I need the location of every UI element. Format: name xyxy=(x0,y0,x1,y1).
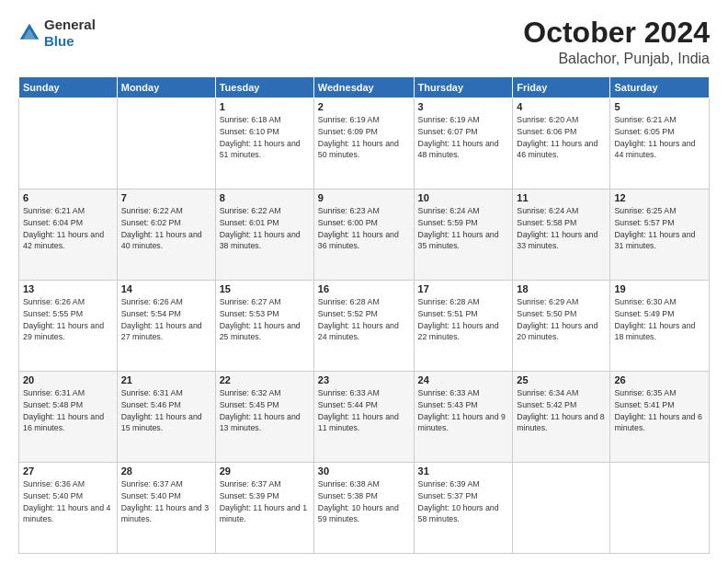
day-number: 5 xyxy=(614,101,705,112)
day-info: Sunrise: 6:19 AMSunset: 6:07 PMDaylight:… xyxy=(418,114,509,161)
calendar-cell: 1Sunrise: 6:18 AMSunset: 6:10 PMDaylight… xyxy=(215,98,313,190)
calendar-cell: 3Sunrise: 6:19 AMSunset: 6:07 PMDaylight… xyxy=(414,98,513,190)
weekday-header: Saturday xyxy=(610,77,710,98)
day-info: Sunrise: 6:22 AMSunset: 6:02 PMDaylight:… xyxy=(121,205,211,252)
calendar-cell: 14Sunrise: 6:26 AMSunset: 5:54 PMDayligh… xyxy=(117,281,215,372)
weekday-header: Sunday xyxy=(19,77,118,98)
day-number: 9 xyxy=(318,192,410,203)
calendar-cell xyxy=(610,463,710,554)
day-number: 7 xyxy=(121,192,211,203)
day-info: Sunrise: 6:26 AMSunset: 5:54 PMDaylight:… xyxy=(121,296,211,343)
calendar-cell: 2Sunrise: 6:19 AMSunset: 6:09 PMDaylight… xyxy=(313,98,414,190)
day-number: 24 xyxy=(418,374,509,385)
day-number: 8 xyxy=(220,192,310,203)
day-number: 29 xyxy=(220,465,310,477)
day-info: Sunrise: 6:30 AMSunset: 5:49 PMDaylight:… xyxy=(614,296,705,343)
calendar-cell: 24Sunrise: 6:33 AMSunset: 5:43 PMDayligh… xyxy=(414,372,513,463)
day-info: Sunrise: 6:19 AMSunset: 6:09 PMDaylight:… xyxy=(318,114,410,161)
weekday-header: Monday xyxy=(117,77,215,98)
day-info: Sunrise: 6:37 AMSunset: 5:40 PMDaylight:… xyxy=(121,478,211,525)
logo-general: General xyxy=(44,17,96,33)
location-title: Balachor, Punjab, India xyxy=(523,51,710,67)
day-info: Sunrise: 6:31 AMSunset: 5:46 PMDaylight:… xyxy=(121,387,211,434)
calendar-cell: 19Sunrise: 6:30 AMSunset: 5:49 PMDayligh… xyxy=(610,281,710,372)
header: General Blue October 2024 Balachor, Punj… xyxy=(18,17,710,67)
weekday-header: Thursday xyxy=(414,77,513,98)
weekday-header: Wednesday xyxy=(313,77,414,98)
day-number: 28 xyxy=(121,465,211,477)
day-number: 11 xyxy=(517,192,606,203)
day-info: Sunrise: 6:29 AMSunset: 5:50 PMDaylight:… xyxy=(517,296,606,343)
day-number: 23 xyxy=(318,374,410,385)
calendar-cell: 11Sunrise: 6:24 AMSunset: 5:58 PMDayligh… xyxy=(513,190,610,281)
calendar-cell: 18Sunrise: 6:29 AMSunset: 5:50 PMDayligh… xyxy=(513,281,610,372)
day-info: Sunrise: 6:24 AMSunset: 5:58 PMDaylight:… xyxy=(517,205,606,252)
day-info: Sunrise: 6:21 AMSunset: 6:05 PMDaylight:… xyxy=(614,114,705,161)
day-info: Sunrise: 6:18 AMSunset: 6:10 PMDaylight:… xyxy=(220,114,310,161)
day-info: Sunrise: 6:36 AMSunset: 5:40 PMDaylight:… xyxy=(23,478,113,525)
title-block: October 2024 Balachor, Punjab, India xyxy=(523,17,710,67)
day-info: Sunrise: 6:37 AMSunset: 5:39 PMDaylight:… xyxy=(220,478,310,525)
day-info: Sunrise: 6:38 AMSunset: 5:38 PMDaylight:… xyxy=(318,478,410,525)
calendar-cell xyxy=(19,98,118,190)
calendar-cell xyxy=(117,98,215,190)
calendar-cell: 22Sunrise: 6:32 AMSunset: 5:45 PMDayligh… xyxy=(215,372,313,463)
day-info: Sunrise: 6:27 AMSunset: 5:53 PMDaylight:… xyxy=(220,296,310,343)
day-info: Sunrise: 6:23 AMSunset: 6:00 PMDaylight:… xyxy=(318,205,410,252)
calendar-cell: 15Sunrise: 6:27 AMSunset: 5:53 PMDayligh… xyxy=(215,281,313,372)
day-number: 16 xyxy=(318,283,410,294)
day-number: 27 xyxy=(23,465,113,477)
day-info: Sunrise: 6:24 AMSunset: 5:59 PMDaylight:… xyxy=(418,205,509,252)
calendar-cell: 30Sunrise: 6:38 AMSunset: 5:38 PMDayligh… xyxy=(313,463,414,554)
calendar-cell: 7Sunrise: 6:22 AMSunset: 6:02 PMDaylight… xyxy=(117,190,215,281)
weekday-header: Friday xyxy=(513,77,610,98)
day-number: 21 xyxy=(121,374,211,385)
day-number: 3 xyxy=(418,101,509,112)
calendar-cell: 20Sunrise: 6:31 AMSunset: 5:48 PMDayligh… xyxy=(19,372,118,463)
calendar-table: SundayMondayTuesdayWednesdayThursdayFrid… xyxy=(18,76,710,554)
calendar-cell: 17Sunrise: 6:28 AMSunset: 5:51 PMDayligh… xyxy=(414,281,513,372)
day-number: 20 xyxy=(23,374,113,385)
day-info: Sunrise: 6:39 AMSunset: 5:37 PMDaylight:… xyxy=(418,478,509,525)
weekday-header: Tuesday xyxy=(215,77,313,98)
calendar-page: General Blue October 2024 Balachor, Punj… xyxy=(0,0,728,563)
day-number: 10 xyxy=(418,192,509,203)
calendar-cell: 12Sunrise: 6:25 AMSunset: 5:57 PMDayligh… xyxy=(610,190,710,281)
day-info: Sunrise: 6:31 AMSunset: 5:48 PMDaylight:… xyxy=(23,387,113,434)
calendar-cell: 31Sunrise: 6:39 AMSunset: 5:37 PMDayligh… xyxy=(414,463,513,554)
calendar-cell: 6Sunrise: 6:21 AMSunset: 6:04 PMDaylight… xyxy=(19,190,118,281)
day-info: Sunrise: 6:28 AMSunset: 5:52 PMDaylight:… xyxy=(318,296,410,343)
day-number: 14 xyxy=(121,283,211,294)
day-info: Sunrise: 6:25 AMSunset: 5:57 PMDaylight:… xyxy=(614,205,705,252)
calendar-cell: 13Sunrise: 6:26 AMSunset: 5:55 PMDayligh… xyxy=(19,281,118,372)
calendar-cell: 4Sunrise: 6:20 AMSunset: 6:06 PMDaylight… xyxy=(513,98,610,190)
calendar-cell: 21Sunrise: 6:31 AMSunset: 5:46 PMDayligh… xyxy=(117,372,215,463)
day-info: Sunrise: 6:21 AMSunset: 6:04 PMDaylight:… xyxy=(23,205,113,252)
day-number: 17 xyxy=(418,283,509,294)
day-number: 31 xyxy=(418,465,509,477)
day-info: Sunrise: 6:33 AMSunset: 5:44 PMDaylight:… xyxy=(318,387,410,434)
day-info: Sunrise: 6:20 AMSunset: 6:06 PMDaylight:… xyxy=(517,114,606,161)
day-number: 22 xyxy=(220,374,310,385)
calendar-cell: 29Sunrise: 6:37 AMSunset: 5:39 PMDayligh… xyxy=(215,463,313,554)
calendar-cell: 28Sunrise: 6:37 AMSunset: 5:40 PMDayligh… xyxy=(117,463,215,554)
day-number: 6 xyxy=(23,192,113,203)
logo-icon xyxy=(18,22,40,44)
day-number: 30 xyxy=(318,465,410,477)
day-number: 1 xyxy=(220,101,310,112)
day-number: 13 xyxy=(23,283,113,294)
calendar-cell: 25Sunrise: 6:34 AMSunset: 5:42 PMDayligh… xyxy=(513,372,610,463)
calendar-cell: 16Sunrise: 6:28 AMSunset: 5:52 PMDayligh… xyxy=(313,281,414,372)
day-number: 4 xyxy=(517,101,606,112)
calendar-cell: 9Sunrise: 6:23 AMSunset: 6:00 PMDaylight… xyxy=(313,190,414,281)
day-info: Sunrise: 6:32 AMSunset: 5:45 PMDaylight:… xyxy=(220,387,310,434)
day-info: Sunrise: 6:26 AMSunset: 5:55 PMDaylight:… xyxy=(23,296,113,343)
day-number: 26 xyxy=(614,374,705,385)
day-info: Sunrise: 6:33 AMSunset: 5:43 PMDaylight:… xyxy=(418,387,509,434)
day-number: 15 xyxy=(220,283,310,294)
day-number: 19 xyxy=(614,283,705,294)
day-number: 2 xyxy=(318,101,410,112)
logo-blue: Blue xyxy=(44,33,96,50)
calendar-cell: 23Sunrise: 6:33 AMSunset: 5:44 PMDayligh… xyxy=(313,372,414,463)
day-number: 12 xyxy=(614,192,705,203)
